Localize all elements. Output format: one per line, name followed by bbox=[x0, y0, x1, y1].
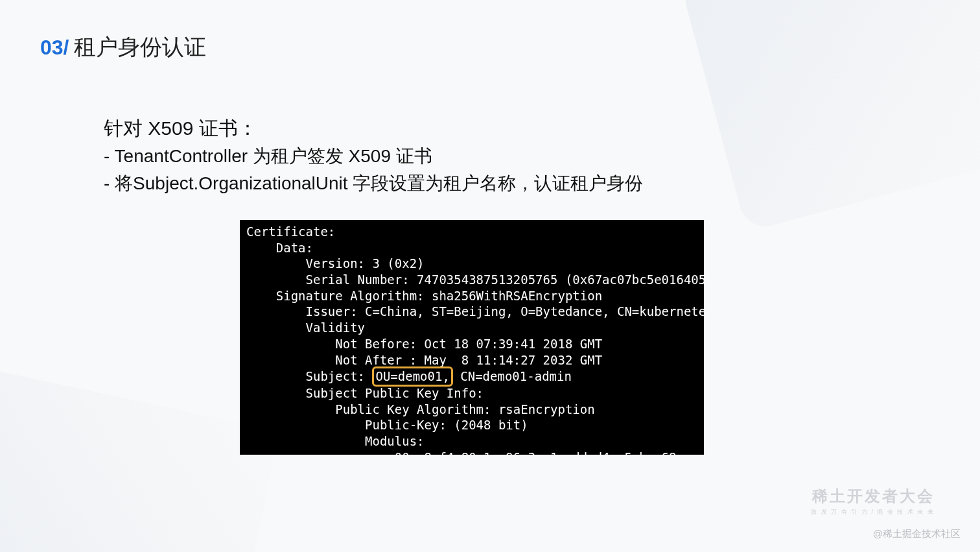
slide-header: 03/ 租户身份认证 bbox=[40, 32, 206, 62]
cert-line: Version: 3 (0x2) bbox=[246, 256, 425, 270]
bullet-2: - 将Subject.OrganizationalUnit 字段设置为租户名称，… bbox=[104, 170, 876, 197]
content-heading: 针对 X509 证书： bbox=[104, 114, 876, 143]
cert-line: Public-Key: (2048 bit) bbox=[246, 418, 528, 432]
cert-line: Modulus: bbox=[246, 434, 425, 448]
cert-subject-prefix: Subject: bbox=[246, 369, 372, 383]
cert-line: 00:c8:f4:80:1e:96:3a:1c:dd:d4:a5:bc:68:c… bbox=[246, 450, 704, 455]
cert-line: Serial Number: 7470354387513205765 (0x67… bbox=[246, 272, 704, 287]
cert-line: Not After : May 8 11:14:27 2032 GMT bbox=[246, 353, 602, 367]
cert-line: Certificate: bbox=[246, 224, 335, 239]
section-number: 03/ bbox=[40, 36, 69, 60]
cert-line: Public Key Algorithm: rsaEncryption bbox=[246, 402, 595, 416]
section-title: 租户身份认证 bbox=[74, 32, 206, 62]
conference-logo: 稀土开发者大会 激 发 万 有 引 力 / 掘 金 技 术 未 来 bbox=[811, 486, 935, 516]
cert-line: Validity bbox=[246, 320, 365, 335]
bullet-1: - TenantController 为租户签发 X509 证书 bbox=[104, 143, 876, 170]
cert-line: Data: bbox=[246, 241, 313, 255]
watermark: @稀土掘金技术社区 bbox=[873, 528, 961, 540]
logo-tagline: 激 发 万 有 引 力 / 掘 金 技 术 未 来 bbox=[811, 508, 935, 516]
cert-line: Signature Algorithm: sha256WithRSAEncryp… bbox=[246, 289, 602, 303]
certificate-terminal: Certificate: Data: Version: 3 (0x2) Seri… bbox=[240, 220, 704, 455]
highlighted-ou: OU=demo01, bbox=[372, 366, 452, 387]
cert-line: Subject Public Key Info: bbox=[246, 386, 484, 400]
cert-line: Not Before: Oct 18 07:39:41 2018 GMT bbox=[246, 337, 602, 351]
cert-subject-suffix: CN=demo01-admin bbox=[453, 369, 572, 383]
cert-line: Issuer: C=China, ST=Beijing, O=Bytedance… bbox=[246, 304, 704, 318]
logo-main: 稀土开发者大会 bbox=[811, 486, 935, 507]
content-block: 针对 X509 证书： - TenantController 为租户签发 X50… bbox=[104, 114, 876, 197]
